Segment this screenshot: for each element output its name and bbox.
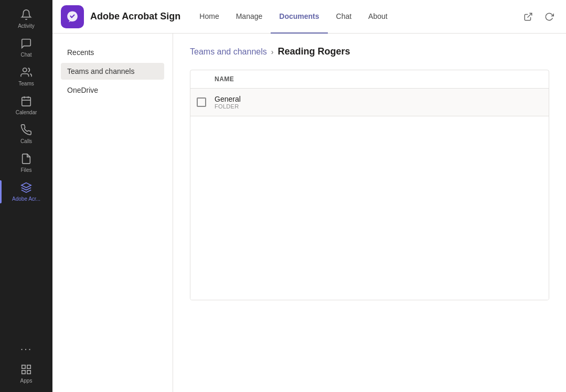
- right-panel: Teams and channels › Reading Rogers NAME…: [173, 34, 566, 392]
- files-icon: [20, 153, 33, 165]
- nav-about[interactable]: About: [360, 0, 396, 34]
- sidebar-item-calendar[interactable]: Calendar: [0, 91, 52, 119]
- calendar-icon: [20, 95, 33, 107]
- row-checkbox[interactable]: [197, 97, 206, 107]
- svg-rect-7: [27, 371, 30, 374]
- sidebar-item-label-files: Files: [20, 167, 31, 173]
- breadcrumb-separator: ›: [271, 48, 274, 56]
- sidebar-item-label-calendar: Calendar: [16, 110, 37, 115]
- sidebar-item-label-calls: Calls: [20, 138, 32, 144]
- header-actions: [520, 8, 558, 25]
- header-checkbox: [197, 74, 206, 84]
- apps-icon: [20, 363, 33, 376]
- breadcrumb: Teams and channels › Reading Rogers: [190, 46, 549, 57]
- app-nav: Home Manage Documents Chat About: [191, 0, 514, 34]
- refresh-button[interactable]: [541, 8, 558, 25]
- table-header: NAME: [190, 70, 549, 89]
- teams-icon: [20, 66, 33, 79]
- table-row[interactable]: General FOLDER: [190, 89, 549, 116]
- app-header: Adobe Acrobat Sign Home Manage Documents…: [52, 0, 566, 34]
- sidebar-more-button[interactable]: ···: [0, 339, 52, 359]
- sidebar-item-apps[interactable]: Apps: [0, 359, 52, 388]
- main-area: Adobe Acrobat Sign Home Manage Documents…: [52, 0, 566, 392]
- nav-chat[interactable]: Chat: [328, 0, 360, 34]
- app-title: Adobe Acrobat Sign: [90, 11, 180, 22]
- activity-icon: [20, 8, 33, 21]
- svg-rect-8: [22, 371, 25, 374]
- content: Recents Teams and channels OneDrive Team…: [52, 34, 566, 392]
- sidebar-item-activity[interactable]: Activity: [0, 4, 52, 33]
- chat-icon: [20, 37, 33, 50]
- sidebar-item-label-apps: Apps: [20, 378, 33, 384]
- sidebar-item-label-adobe-acr: Adobe Acr...: [12, 196, 40, 202]
- svg-rect-5: [22, 365, 25, 368]
- file-info: General FOLDER: [215, 95, 241, 110]
- nav-home[interactable]: Home: [191, 0, 227, 34]
- column-name: NAME: [215, 75, 234, 83]
- adobe-acr-icon: [20, 181, 33, 194]
- sidebar-item-teams[interactable]: Teams: [0, 62, 52, 91]
- breadcrumb-parent[interactable]: Teams and channels: [190, 47, 267, 57]
- sidebar-item-label-chat: Chat: [20, 52, 31, 58]
- sidebar-item-label-activity: Activity: [18, 23, 35, 29]
- left-panel-recents[interactable]: Recents: [61, 44, 164, 61]
- files-area: NAME General FOLDER: [190, 70, 549, 300]
- svg-rect-1: [22, 97, 31, 106]
- sidebar: Activity Chat Teams: [0, 0, 52, 392]
- left-panel-teams-channels[interactable]: Teams and channels: [61, 63, 164, 80]
- nav-documents[interactable]: Documents: [271, 0, 327, 34]
- sidebar-item-calls[interactable]: Calls: [0, 119, 52, 148]
- sidebar-item-label-teams: Teams: [18, 81, 34, 86]
- left-panel: Recents Teams and channels OneDrive: [52, 34, 173, 392]
- svg-line-9: [528, 13, 532, 17]
- sidebar-item-adobe-acr[interactable]: Adobe Acr...: [0, 177, 52, 206]
- breadcrumb-current: Reading Rogers: [277, 46, 350, 57]
- left-panel-onedrive[interactable]: OneDrive: [61, 82, 164, 99]
- external-link-button[interactable]: [520, 8, 537, 25]
- nav-manage[interactable]: Manage: [228, 0, 271, 34]
- sidebar-item-chat[interactable]: Chat: [0, 33, 52, 62]
- svg-rect-6: [27, 365, 30, 368]
- sidebar-item-files[interactable]: Files: [0, 148, 52, 177]
- svg-point-0: [23, 68, 27, 72]
- file-name: General: [215, 95, 241, 103]
- empty-area: [190, 116, 549, 300]
- app-logo: [61, 5, 84, 28]
- file-type: FOLDER: [215, 103, 241, 110]
- calls-icon: [20, 124, 33, 136]
